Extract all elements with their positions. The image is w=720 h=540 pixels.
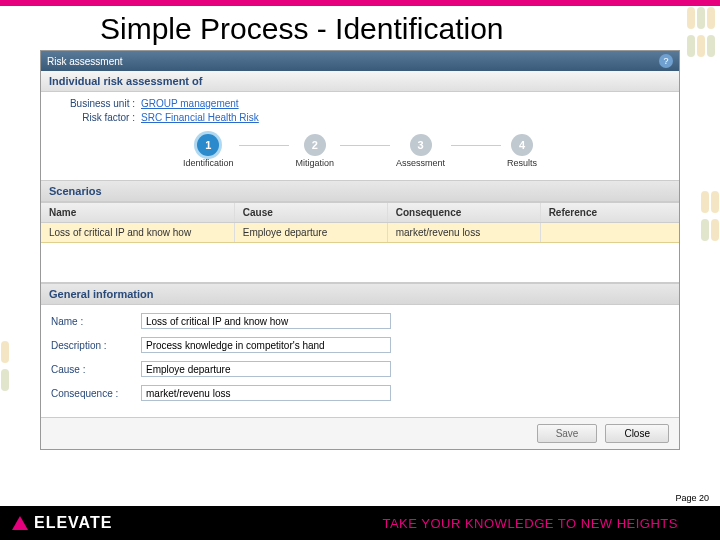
subheader: Individual risk assessment of bbox=[41, 71, 679, 92]
th-name[interactable]: Name bbox=[41, 203, 235, 222]
consequence-label: Consequence : bbox=[51, 388, 141, 399]
cause-label: Cause : bbox=[51, 364, 141, 375]
info-block: Business unit : GROUP management Risk fa… bbox=[41, 92, 679, 180]
th-reference[interactable]: Reference bbox=[541, 203, 679, 222]
general-section-header: General information bbox=[41, 283, 679, 305]
step-label: Identification bbox=[183, 158, 234, 168]
scenarios-table: Name Cause Consequence Reference Loss of… bbox=[41, 202, 679, 283]
app-window: Risk assessment ? Individual risk assess… bbox=[40, 50, 680, 450]
step-indicator: 1 Identification 2 Mitigation 3 Assessme… bbox=[51, 126, 669, 170]
description-label: Description : bbox=[51, 340, 141, 351]
step-label: Results bbox=[507, 158, 537, 168]
logo-text: ELEVATE bbox=[34, 514, 112, 532]
step-connector bbox=[451, 145, 501, 146]
step-number: 2 bbox=[304, 134, 326, 156]
scenarios-section-header: Scenarios bbox=[41, 180, 679, 202]
step-label: Mitigation bbox=[295, 158, 334, 168]
name-label: Name : bbox=[51, 316, 141, 327]
help-icon[interactable]: ? bbox=[659, 54, 673, 68]
step-assessment[interactable]: 3 Assessment bbox=[396, 134, 445, 168]
step-number: 4 bbox=[511, 134, 533, 156]
logo-triangle-icon bbox=[12, 516, 28, 530]
cause-field[interactable] bbox=[141, 361, 391, 377]
titlebar: Risk assessment ? bbox=[41, 51, 679, 71]
td-consequence: market/revenu loss bbox=[388, 223, 541, 242]
step-mitigation[interactable]: 2 Mitigation bbox=[295, 134, 334, 168]
button-row: Save Close bbox=[41, 417, 679, 449]
name-field[interactable] bbox=[141, 313, 391, 329]
step-label: Assessment bbox=[396, 158, 445, 168]
step-connector bbox=[340, 145, 390, 146]
risk-factor-link[interactable]: SRC Financial Health Risk bbox=[141, 112, 259, 123]
business-unit-label: Business unit : bbox=[51, 98, 141, 109]
td-cause: Employe departure bbox=[235, 223, 388, 242]
save-button[interactable]: Save bbox=[537, 424, 598, 443]
titlebar-text: Risk assessment bbox=[47, 56, 123, 67]
table-row[interactable]: Loss of critical IP and know how Employe… bbox=[41, 223, 679, 243]
business-unit-link[interactable]: GROUP management bbox=[141, 98, 239, 109]
step-connector bbox=[239, 145, 289, 146]
slide-footer: ELEVATE TAKE YOUR KNOWLEDGE TO NEW HEIGH… bbox=[0, 506, 720, 540]
th-consequence[interactable]: Consequence bbox=[388, 203, 541, 222]
close-button[interactable]: Close bbox=[605, 424, 669, 443]
step-number: 3 bbox=[410, 134, 432, 156]
elevate-logo: ELEVATE bbox=[12, 514, 112, 532]
table-header-row: Name Cause Consequence Reference bbox=[41, 202, 679, 223]
td-name: Loss of critical IP and know how bbox=[41, 223, 235, 242]
th-cause[interactable]: Cause bbox=[235, 203, 388, 222]
risk-factor-label: Risk factor : bbox=[51, 112, 141, 123]
step-number: 1 bbox=[197, 134, 219, 156]
table-empty-area bbox=[41, 243, 679, 283]
step-identification[interactable]: 1 Identification bbox=[183, 134, 234, 168]
tagline: TAKE YOUR KNOWLEDGE TO NEW HEIGHTS bbox=[382, 516, 678, 531]
slide-title: Simple Process - Identification bbox=[0, 6, 720, 50]
consequence-field[interactable] bbox=[141, 385, 391, 401]
page-number: Page 20 bbox=[672, 492, 712, 504]
td-reference bbox=[541, 223, 679, 242]
decorative-dots bbox=[700, 190, 720, 246]
decorative-dots bbox=[0, 340, 10, 396]
description-field[interactable] bbox=[141, 337, 391, 353]
step-results[interactable]: 4 Results bbox=[507, 134, 537, 168]
general-form: Name : Description : Cause : Consequence… bbox=[41, 305, 679, 417]
